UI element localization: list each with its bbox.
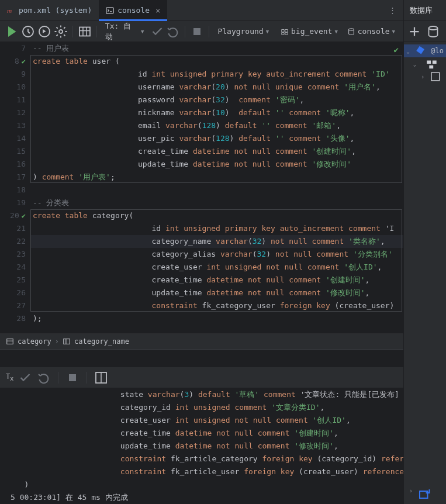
editor-toolbar: Tx: 自动▼ Playground▼ big_event▼ console▼ [0,21,403,42]
tab-label: pom.xml (system) [19,6,92,15]
svg-rect-1 [106,7,113,13]
check-icon: ✔ [22,55,26,68]
output-console: Tx state varchar(3) default '草稿' comment… [0,349,403,504]
column-icon [63,337,71,346]
add-button[interactable] [407,25,421,39]
status-check-icon: ✔ [394,43,399,56]
explain-button[interactable] [37,25,51,39]
console-toolbar: Tx [0,367,403,388]
svg-point-4 [59,30,63,33]
tab-pom[interactable]: m pom.xml (system) [0,0,99,21]
chevron-down-icon: ▼ [392,29,395,34]
console-icon [106,6,114,15]
tab-label: console [117,6,150,15]
chevron-down-icon: ⌄ [412,61,417,67]
svg-rect-11 [69,374,76,381]
separator [72,26,73,37]
database-tree[interactable]: ⌄ @lo ⌄ › [404,42,446,85]
run-button[interactable] [5,25,19,39]
separator [96,26,97,37]
separator [209,26,209,37]
playground-selector[interactable]: Playground▼ [214,27,272,36]
datasource-selector[interactable]: big_event▼ [277,27,341,36]
svg-rect-17 [431,73,440,81]
console-output[interactable]: state varchar(3) default '草稿' comment '文… [11,388,403,504]
svg-rect-8 [7,339,13,344]
layout-button[interactable] [94,371,108,385]
svg-rect-18 [420,491,428,498]
tree-node[interactable]: › [404,70,446,83]
panel-title: 数据库 [404,0,446,21]
stop-button[interactable] [190,25,204,39]
svg-rect-16 [429,65,433,69]
breadcrumb: category › category_name [0,333,403,349]
svg-rect-6 [193,28,200,35]
svg-rect-10 [65,339,67,344]
code-editor[interactable]: 7 8✔ 9 10 11 12 13 14 15 16 17 18 19 20✔… [0,42,403,333]
svg-point-7 [348,28,354,30]
chevron-down-icon: ▼ [266,29,269,34]
maven-icon: m [7,6,15,15]
svg-rect-15 [433,61,437,64]
tree-node[interactable]: ⌄ [404,57,446,70]
grid-button[interactable] [78,25,92,39]
chevron-right-icon: › [420,74,425,80]
svg-rect-5 [79,27,90,36]
history-button[interactable] [21,25,35,39]
panel-bottom-toolbar: › [404,485,446,504]
close-icon[interactable]: × [155,6,160,15]
scroll-from-source-button[interactable] [418,488,432,502]
chevron-down-icon: ▼ [141,29,144,34]
database-toolbar [404,21,446,42]
svg-point-13 [429,26,438,30]
rollback-button[interactable] [166,25,180,39]
line-gutter: 7 8✔ 9 10 11 12 13 14 15 16 17 18 19 20✔… [0,42,30,333]
code-content[interactable]: ✔ -- 用户表create table user ( id int unsig… [30,42,403,333]
svg-text:m: m [7,6,12,13]
tree-node-label: @lo [431,47,444,55]
tree-node-root[interactable]: ⌄ @lo [404,44,446,57]
chevron-down-icon: ⌄ [406,48,410,54]
breadcrumb-item[interactable]: category [18,337,51,346]
commit-button[interactable] [150,25,164,39]
datasource-button[interactable] [426,25,440,39]
table-icon [6,337,14,346]
separator [185,26,185,37]
settings-button[interactable] [54,25,68,39]
rollback-button[interactable] [37,371,51,385]
tab-console[interactable]: console × [99,0,167,21]
breadcrumb-separator: › [55,337,59,346]
editor-tabs: m pom.xml (system) console × ⋮ [0,0,403,21]
check-icon: ✔ [22,209,26,222]
chevron-right-icon[interactable]: › [407,488,414,502]
console-selector[interactable]: console▼ [344,27,399,36]
svg-rect-14 [427,61,431,64]
tx-label: Tx [6,372,13,382]
commit-button[interactable] [18,371,32,385]
chevron-down-icon: ▼ [334,29,337,34]
breadcrumb-item[interactable]: category_name [74,337,129,346]
database-panel: 数据库 ⌄ @lo ⌄ › › [403,0,446,504]
tx-mode-selector[interactable]: Tx: 自动▼ [102,21,148,42]
stop-button[interactable] [65,371,79,385]
tabs-more-icon[interactable]: ⋮ [382,6,403,15]
